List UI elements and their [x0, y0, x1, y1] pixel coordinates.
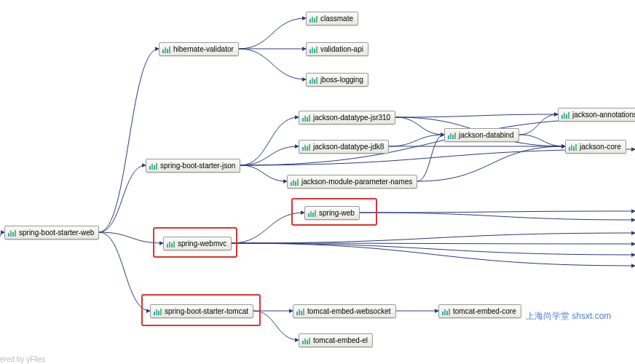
node-label: tomcat-embed-websocket: [307, 307, 391, 315]
node-label: jackson-core: [580, 143, 621, 151]
node-label: classmate: [320, 15, 353, 23]
watermark-text: 上海尚学堂 shsxt.com: [526, 310, 611, 323]
library-icon: [154, 308, 162, 315]
node-jackson-core[interactable]: jackson-core: [565, 140, 626, 154]
node-label: spring-boot-starter-tomcat: [165, 307, 248, 315]
node-label: tomcat-embed-el: [313, 336, 368, 344]
library-icon: [302, 143, 310, 151]
powered-by-text: ered by yFiles: [0, 355, 45, 363]
library-icon: [442, 308, 450, 315]
library-icon: [569, 143, 577, 151]
node-jackson-module-parameter-names[interactable]: jackson-module-parameter-names: [287, 175, 417, 189]
library-icon: [561, 111, 569, 119]
node-label: spring-web: [319, 209, 355, 217]
node-tomcat-embed-websocket[interactable]: tomcat-embed-websocket: [293, 304, 396, 318]
node-label: hibernate-validator: [173, 45, 234, 53]
library-icon: [309, 76, 318, 84]
node-label: jboss-logging: [320, 76, 363, 84]
node-jackson-jdk8[interactable]: jackson-datatype-jdk8: [299, 140, 389, 154]
node-tomcat-embed-core[interactable]: tomcat-embed-core: [438, 304, 521, 318]
node-jackson-databind[interactable]: jackson-databind: [444, 128, 519, 142]
node-jackson-jsr310[interactable]: jackson-datatype-jsr310: [299, 111, 395, 124]
node-label: jackson-module-parameter-names: [301, 178, 412, 186]
node-root[interactable]: spring-boot-starter-web: [4, 226, 99, 240]
library-icon: [448, 132, 456, 139]
node-label: jackson-datatype-jsr310: [313, 114, 390, 122]
library-icon: [291, 178, 299, 186]
node-label: spring-boot-starter-web: [19, 229, 94, 237]
library-icon: [308, 210, 316, 217]
node-label: tomcat-embed-core: [453, 307, 516, 315]
node-starter-tomcat[interactable]: spring-boot-starter-tomcat: [150, 304, 253, 318]
node-label: jackson-annotations: [572, 111, 635, 119]
node-label: validation-api: [320, 45, 363, 53]
node-label: spring-webmvc: [178, 240, 226, 248]
node-spring-webmvc[interactable]: spring-webmvc: [163, 237, 232, 250]
node-hibernate-validator[interactable]: hibernate-validator: [159, 42, 239, 56]
node-tomcat-embed-el[interactable]: tomcat-embed-el: [299, 333, 373, 347]
node-jackson-annotations[interactable]: jackson-annotations: [558, 108, 635, 122]
library-icon: [302, 114, 310, 122]
library-icon: [309, 15, 318, 23]
node-label: spring-boot-starter-json: [160, 162, 235, 170]
library-icon: [296, 308, 304, 315]
node-starter-json[interactable]: spring-boot-starter-json: [146, 159, 240, 173]
library-icon: [167, 240, 175, 248]
node-label: jackson-databind: [459, 131, 514, 139]
node-label: jackson-datatype-jdk8: [313, 143, 384, 151]
library-icon: [149, 162, 157, 170]
node-validation-api[interactable]: validation-api: [306, 42, 368, 56]
node-jboss-logging[interactable]: jboss-logging: [306, 73, 368, 87]
library-icon: [302, 337, 310, 344]
node-spring-web[interactable]: spring-web: [304, 206, 360, 220]
library-icon: [309, 46, 318, 53]
library-icon: [162, 46, 170, 53]
node-classmate[interactable]: classmate: [306, 12, 358, 25]
library-icon: [8, 229, 16, 237]
